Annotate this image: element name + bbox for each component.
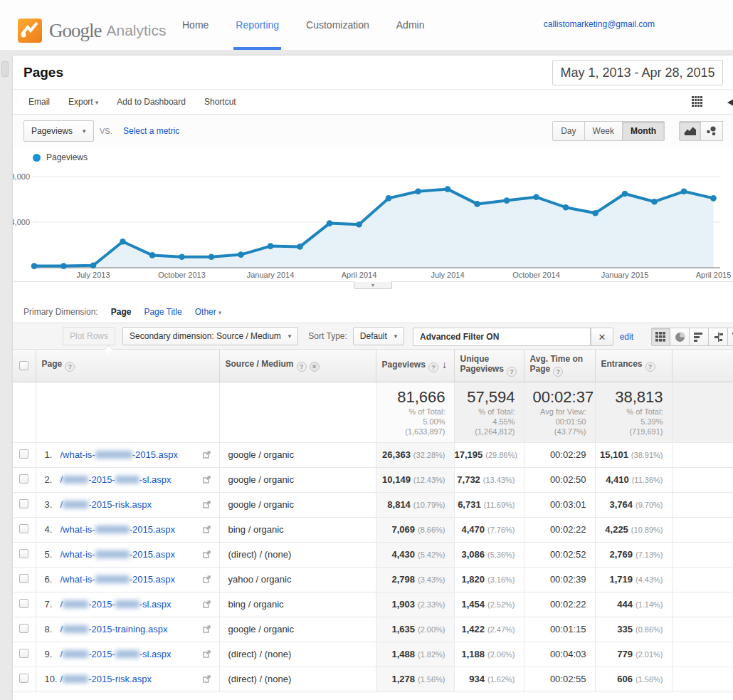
open-page-external-icon[interactable] [203, 575, 211, 585]
top-bar: Google Analytics Home Reporting Customiz… [0, 0, 733, 50]
nav-admin[interactable]: Admin [396, 0, 425, 50]
granularity-day-button[interactable]: Day [552, 121, 584, 141]
page-link[interactable]: /-2015-risk.aspx [60, 674, 152, 684]
row-checkbox[interactable] [19, 549, 28, 558]
select-all-checkbox[interactable] [19, 361, 28, 370]
column-header-page[interactable]: Page? [36, 350, 219, 382]
dimension-other[interactable]: Other▾ [195, 307, 222, 317]
clear-filter-button[interactable]: ✕ [591, 328, 613, 346]
page-link[interactable]: /what-is--2015.aspx [60, 574, 175, 585]
row-checkbox[interactable] [19, 674, 28, 683]
pages-table: Page? Source / Medium?× Pageviews?↓ Uniq… [13, 350, 733, 692]
sort-descending-icon[interactable]: ↓ [442, 359, 447, 370]
column-header-unique-pageviews[interactable]: Unique Pageviews? [454, 350, 524, 382]
page-path-text: -2015.aspx [130, 549, 175, 560]
avg-time-cell: 00:02:52 [524, 542, 595, 567]
metric-selector[interactable]: Pageviews ▾ [23, 120, 94, 142]
page-link[interactable]: /-2015--sl.aspx [60, 599, 172, 610]
select-all-header [13, 350, 36, 382]
open-page-external-icon[interactable] [203, 625, 211, 635]
source-medium-cell: google / organic [219, 442, 376, 467]
column-header-source-medium[interactable]: Source / Medium?× [219, 350, 376, 382]
page-link[interactable]: /-2015--sl.aspx [60, 649, 172, 659]
collapse-panel-arrow-icon[interactable] [727, 96, 733, 109]
select-a-metric-link[interactable]: Select a metric [123, 126, 179, 136]
analytics-logo-icon [18, 19, 42, 43]
line-chart-icon[interactable] [679, 121, 701, 141]
row-checkbox[interactable] [19, 599, 28, 608]
sort-type-selector[interactable]: Default ▾ [353, 327, 405, 345]
help-icon[interactable]: ? [507, 367, 517, 377]
shortcut-button[interactable]: Shortcut [204, 97, 236, 107]
granularity-month-button[interactable]: Month [623, 121, 665, 141]
help-icon[interactable]: ? [428, 362, 438, 372]
avg-time-cell: 00:01:15 [524, 617, 595, 642]
data-view-icon[interactable] [651, 328, 670, 346]
row-checkbox[interactable] [19, 524, 28, 533]
row-checkbox[interactable] [19, 499, 28, 508]
avg-time-cell: 00:03:01 [524, 492, 595, 517]
column-header-entrances[interactable]: Entrances? [595, 350, 672, 382]
column-header-pageviews[interactable]: Pageviews?↓ [376, 350, 454, 382]
open-page-external-icon[interactable] [203, 649, 211, 660]
open-page-external-icon[interactable] [203, 550, 211, 560]
annotations-expander[interactable]: ▼ [354, 281, 392, 289]
open-page-external-icon[interactable] [203, 475, 211, 486]
edit-filter-link[interactable]: edit [620, 332, 633, 342]
page-path-text: -2015.aspx [132, 449, 178, 460]
granularity-week-button[interactable]: Week [585, 121, 623, 141]
add-to-dashboard-button[interactable]: Add to Dashboard [117, 97, 186, 107]
page-link[interactable]: /-2015-risk.aspx [60, 499, 152, 510]
remove-secondary-dimension-icon[interactable]: × [310, 362, 320, 372]
date-range-selector[interactable]: May 1, 2013 - Apr 28, 2015 [552, 60, 723, 85]
nav-customization[interactable]: Customization [306, 0, 369, 50]
help-icon[interactable]: ? [297, 362, 307, 372]
open-page-external-icon[interactable] [203, 525, 211, 536]
line-chart[interactable]: 4,0008,000July 2013October 2013January 2… [13, 167, 733, 281]
open-page-external-icon[interactable] [203, 674, 211, 685]
redacted-text [115, 650, 139, 658]
help-icon[interactable]: ? [553, 367, 563, 377]
page-link[interactable]: /what-is--2015.aspx [60, 549, 175, 560]
open-page-external-icon[interactable] [203, 450, 211, 461]
page-cell: 5./what-is--2015.aspx [36, 542, 219, 567]
motion-chart-icon[interactable] [701, 121, 723, 141]
table-row: 5./what-is--2015.aspx(direct) / (none)4,… [13, 542, 733, 567]
open-page-external-icon[interactable] [203, 500, 211, 511]
help-icon[interactable]: ? [645, 362, 655, 372]
column-header-avg-time[interactable]: Avg. Time on Page? [524, 350, 595, 382]
row-checkbox[interactable] [19, 649, 28, 658]
performance-view-icon[interactable] [690, 328, 709, 346]
plot-rows-button[interactable]: Plot Rows [63, 327, 115, 345]
row-checkbox[interactable] [19, 574, 28, 583]
help-icon[interactable]: ? [65, 362, 75, 372]
redacted-text [95, 575, 130, 583]
email-button[interactable]: Email [28, 97, 50, 107]
account-email[interactable]: callistomarketing@gmail.com [544, 19, 655, 29]
page-cell: 10./-2015-risk.aspx [36, 667, 219, 691]
pivot-view-icon[interactable] [728, 328, 733, 346]
page-link[interactable]: /-2015--sl.aspx [60, 474, 172, 485]
entrances-cell: 444(1.14%) [595, 592, 672, 617]
nav-home[interactable]: Home [182, 0, 209, 50]
google-analytics-logo[interactable]: Google Analytics [18, 19, 167, 43]
page-link[interactable]: /what-is--2015.aspx [60, 449, 178, 460]
row-checkbox[interactable] [19, 624, 28, 633]
dimension-page-title[interactable]: Page Title [144, 307, 181, 317]
sidebar-collapse-handle[interactable] [1, 61, 9, 77]
shortcuts-grid-icon[interactable] [692, 96, 705, 109]
open-page-external-icon[interactable] [203, 600, 211, 610]
page-link[interactable]: /-2015-training.aspx [60, 624, 168, 634]
percentage-view-icon[interactable] [670, 328, 690, 346]
secondary-dimension-selector[interactable]: Secondary dimension: Source / Medium ▾ [122, 327, 298, 345]
nav-reporting[interactable]: Reporting [236, 0, 279, 50]
page-path-text: /what-is- [60, 449, 95, 460]
row-checkbox[interactable] [19, 474, 28, 484]
report-header: Pages May 1, 2013 - Apr 28, 2015 [13, 56, 733, 90]
page-link[interactable]: /what-is--2015.aspx [60, 524, 175, 535]
dimension-page[interactable]: Page [111, 307, 132, 317]
row-number: 5. [45, 549, 60, 560]
export-button[interactable]: Export▾ [68, 97, 98, 107]
comparison-view-icon[interactable] [709, 328, 728, 346]
row-checkbox[interactable] [19, 449, 28, 459]
